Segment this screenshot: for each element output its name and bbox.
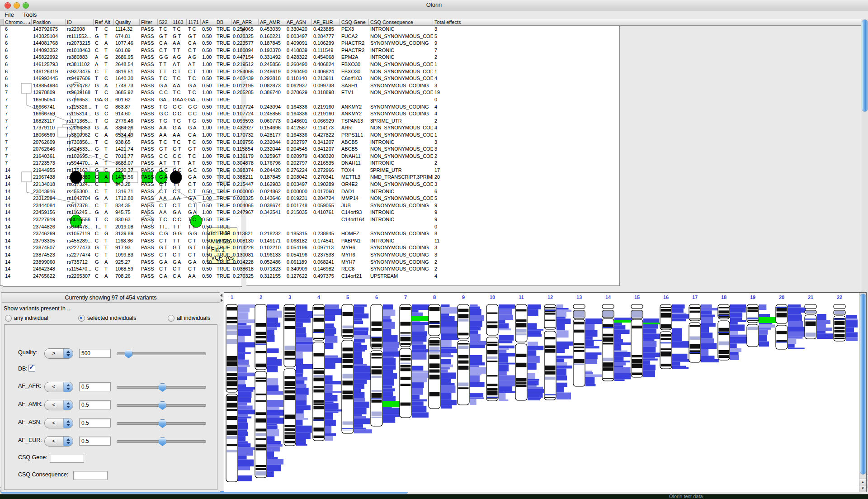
chromosome-5[interactable]: 5 — [342, 295, 372, 433]
table-row[interactable]: 1423043916rs455300...CT1316.71PASSC TC T… — [0, 188, 861, 195]
csq-consequence-field[interactable] — [73, 471, 108, 480]
table-row[interactable]: 716823117rs171365...TG2776.46PASST GT GT… — [0, 118, 861, 125]
chromosome-1[interactable]: 1 — [226, 295, 256, 482]
table-row[interactable]: 716666759rs115314...GC914.60PASSG CC CC … — [0, 110, 861, 118]
table-row[interactable]: 1423793305rs455289...CT1168.36PASSC TT T… — [0, 238, 861, 245]
column-header-af[interactable]: AF — [201, 19, 215, 25]
af-eur-value-field[interactable]: 0.5 — [79, 437, 111, 446]
chromosome-11[interactable]: 11 — [515, 295, 544, 400]
csq-gene-field[interactable] — [50, 454, 84, 463]
table-row[interactable]: 6145822992rs380883AG2686.95PASSG GA GA G… — [0, 54, 861, 61]
db-checkbox[interactable]: ✓ — [28, 365, 35, 372]
stepper-icon[interactable] — [63, 437, 73, 446]
table-row[interactable]: 713978809rs9639168TC3685.92PASSC CT CT C… — [0, 89, 861, 96]
af-amr-slider-thumb[interactable] — [159, 401, 166, 410]
table-row[interactable]: 1421967438rs3168880GA1473.56PASSG AG AG … — [0, 174, 861, 181]
radio-any-individual[interactable] — [5, 315, 12, 322]
table-row[interactable]: 1421944955rs175163...GC1220.37PASSG CG C… — [0, 167, 861, 174]
chromosome-6[interactable]: 6 — [371, 295, 401, 426]
quality-slider-thumb[interactable] — [125, 350, 132, 358]
table-row[interactable]: 6143792675rs22908TC1114.32PASST CT CT C0… — [0, 26, 861, 33]
table-row[interactable]: 1424642348rs115470...CT1068.59PASSC TC T… — [0, 266, 861, 273]
column-header-af-eur[interactable]: AF_EUR — [312, 19, 340, 25]
splitter-filter-genome[interactable] — [220, 292, 224, 491]
table-row[interactable]: 1422134018rs617324...CT943.28PASSC TT TC… — [0, 181, 861, 188]
table-row[interactable]: 1423727919rs8015556TC830.63PASST CC CT C… — [0, 216, 861, 223]
chromosome-10[interactable]: 10 — [486, 295, 517, 401]
column-header-af-afr[interactable]: AF_AFR — [231, 19, 259, 25]
table-row[interactable]: 1423899060rs735712GA925.27PASSG AG AG A0… — [0, 259, 861, 266]
column-header-af-asn[interactable]: AF_ASN — [285, 19, 312, 25]
column-header-db[interactable]: DB — [215, 19, 231, 25]
column-header-id[interactable]: ID — [66, 19, 94, 25]
chromosome-16[interactable]: 16 — [660, 295, 690, 369]
menu-tools[interactable]: Tools — [19, 11, 41, 18]
table-row[interactable]: 1423874523rs2277474CT1099.83PASSC TC TC … — [0, 252, 861, 259]
table-row[interactable]: 1423744826rs674478...T...T2019.08PASSTT.… — [0, 223, 861, 231]
chromosome-8[interactable]: 8 — [429, 295, 459, 409]
radio-all-individuals[interactable] — [168, 315, 175, 322]
chromosome-12[interactable]: 12 — [544, 295, 573, 400]
table-row[interactable]: 1423459156rs116245...GA945.75PASSA AG AG… — [0, 209, 861, 216]
column-header-quality[interactable]: Quality — [114, 19, 140, 25]
af-eur-slider[interactable] — [117, 440, 206, 443]
af-asn-value-field[interactable]: 0.5 — [79, 418, 111, 428]
af-eur-operator-dropdown[interactable]: < — [44, 436, 73, 447]
table-row[interactable]: 720762646rs624533...GT1421.74PASSG TG TG… — [0, 146, 861, 153]
column-header-1163[interactable]: 1163 — [171, 19, 187, 25]
chromosome-18[interactable]: 18 — [718, 295, 748, 360]
table-row[interactable]: 6148854984rs2294787GA1748.73PASSG AA AG … — [0, 82, 861, 90]
chromosome-14[interactable]: 14 — [602, 295, 632, 381]
af-amr-slider[interactable] — [117, 404, 206, 407]
af-afr-operator-dropdown[interactable]: < — [44, 382, 73, 392]
menu-file[interactable]: File — [0, 11, 19, 18]
radio-selected-individuals[interactable] — [78, 315, 85, 322]
column-header-total-effects[interactable]: Total effects — [433, 19, 861, 25]
genome-scrollbar-thumb[interactable] — [860, 294, 866, 475]
chromosome-19[interactable]: 19 — [747, 295, 778, 347]
af-afr-value-field[interactable]: 0.5 — [79, 382, 111, 391]
table-row[interactable]: 1423874507rs2277473GT917.93PASSG TG TG T… — [0, 244, 861, 252]
stepper-icon[interactable] — [63, 349, 73, 358]
af-afr-slider[interactable] — [117, 386, 206, 389]
quality-operator-dropdown[interactable]: > — [44, 348, 73, 359]
column-header-ref[interactable]: Ref — [94, 19, 103, 25]
column-header-csq-gene[interactable]: CSQ Gene — [340, 19, 369, 25]
table-row[interactable]: 1424765622rs2295307CA708.26PASSC AC AA A… — [0, 273, 861, 280]
column-header-chromo-[interactable]: Chromo...▲ — [4, 19, 32, 25]
column-header-filter[interactable]: Filter — [140, 19, 158, 25]
splitter-collapse-left-icon[interactable] — [220, 294, 222, 297]
genome-vertical-scrollbar[interactable]: ▲ ▼ — [859, 293, 866, 492]
column-header-522[interactable]: 522 — [158, 19, 171, 25]
splitter-collapse-right-icon[interactable] — [221, 299, 223, 302]
chromosome-7[interactable]: 7 — [400, 295, 430, 418]
table-row[interactable]: 1423746269rs1057119CG3139.89PASSC GG GG … — [0, 230, 861, 238]
quality-slider[interactable] — [117, 352, 206, 355]
table-row[interactable]: 721723573rs594470...AT3683.07PASSA TT TA… — [0, 160, 861, 167]
chromosome-9[interactable]: 9 — [458, 295, 487, 405]
table-row[interactable]: 1423444084rs617378...CT834.35PASSC TC TC… — [0, 202, 861, 209]
column-header-position[interactable]: Position — [32, 19, 66, 25]
table-scrollbar-thumb[interactable] — [862, 19, 868, 112]
af-eur-slider-thumb[interactable] — [159, 437, 166, 446]
af-amr-operator-dropdown[interactable]: < — [44, 400, 73, 410]
chromosome-20[interactable]: 20 — [776, 295, 806, 349]
quality-value-field[interactable]: 500 — [79, 349, 111, 358]
table-row[interactable]: 6146126419rs9373475CT4816.51PASST TC TC … — [0, 68, 861, 76]
table-row[interactable]: 6143825104rs111552...GT674.81PASSG TG TG… — [0, 33, 861, 40]
af-asn-slider-thumb[interactable] — [159, 419, 166, 428]
table-row[interactable]: 6144081768rs2073215CA1077.46PASSC AA AC … — [0, 40, 861, 47]
chromosome-21[interactable]: 21 — [805, 295, 833, 339]
table-row[interactable]: 721640361rs102695...TC7010.77PASSC CC CT… — [0, 153, 861, 160]
chromosome-17[interactable]: 17 — [689, 295, 719, 362]
column-header-alt[interactable]: Alt — [103, 19, 114, 25]
stepper-icon[interactable] — [63, 418, 73, 428]
table-row[interactable]: 716666741rs115326...TG863.87PASST GG GG … — [0, 104, 861, 111]
column-header-1171[interactable]: 1171 — [187, 19, 201, 25]
af-asn-operator-dropdown[interactable]: < — [44, 418, 73, 428]
stepper-icon[interactable] — [63, 400, 73, 410]
column-header-csq-consequence[interactable]: CSQ Consequence — [369, 19, 433, 25]
column-header-af-amr[interactable]: AF_AMR — [259, 19, 285, 25]
af-amr-value-field[interactable]: 0.5 — [79, 400, 111, 409]
af-afr-slider-thumb[interactable] — [159, 383, 166, 392]
